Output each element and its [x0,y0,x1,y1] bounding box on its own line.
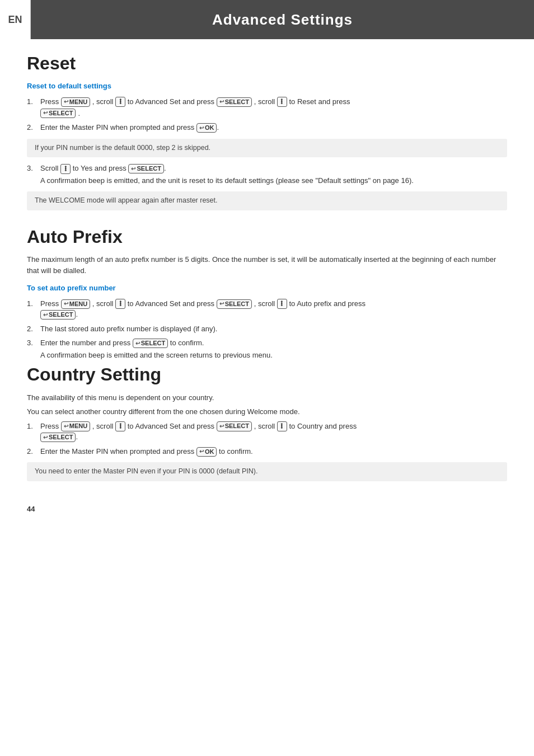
reset-title: Reset [27,53,507,74]
menu-btn-icon-2: ↩ MENU [61,299,90,309]
auto-prefix-step-2: 2. The last stored auto prefix number is… [27,323,507,335]
ap-step-num-1: 1. [27,298,37,309]
scroll-icon-6 [115,421,125,431]
select-btn-icon-3: ↩ SELECT [128,164,163,173]
content-area: Reset Reset to default settings 1. Press… [0,39,534,537]
auto-prefix-section: Auto Prefix The maximum length of an aut… [27,226,507,360]
auto-prefix-steps-list: 1. Press ↩ MENU , scroll to Advanced Set… [27,298,507,361]
ap-step-3-sub: A confirmation beep is emitted and the s… [40,350,507,361]
menu-btn-icon-3: ↩ MENU [61,421,90,431]
reset-steps-list: 1. Press ↩ MENU , scroll to Advanced Set… [27,96,507,133]
scroll-icon-4 [115,299,125,309]
page-number: 44 [27,504,507,515]
auto-prefix-intro: The maximum length of an auto prefix num… [27,254,507,276]
step-num-3: 3. [27,163,37,174]
step-2-content: Enter the Master PIN when prompted and p… [40,122,507,133]
reset-step-3-list: 3. Scroll to Yes and press ↩ SELECT. A c… [27,163,507,186]
auto-prefix-step-1: 1. Press ↩ MENU , scroll to Advanced Set… [27,298,507,320]
ap-step-2-content: The last stored auto prefix number is di… [40,323,507,335]
ok-btn-icon-2: ↩ OK [196,447,217,457]
cs-step-2-content: Enter the Master PIN when prompted and p… [40,446,507,457]
ap-step-1-content: Press ↩ MENU , scroll to Advanced Set an… [40,298,507,320]
auto-prefix-subtitle: To set auto prefix number [27,283,507,294]
cs-step-num-2: 2. [27,446,37,457]
scroll-icon-7 [277,421,287,431]
reset-note-1: If your PIN number is the default 0000, … [27,139,507,158]
select-btn-icon-7: ↩ SELECT [217,421,252,431]
country-title: Country Setting [27,364,507,385]
select-btn-icon-1: ↩ SELECT [217,97,252,107]
reset-note-2: The WELCOME mode will appear again after… [27,191,507,210]
ap-step-num-3: 3. [27,337,37,349]
country-steps-list: 1. Press ↩ MENU , scroll to Advanced Set… [27,421,507,457]
select-btn-icon-8: ↩ SELECT [40,433,76,442]
step-3-content: Scroll to Yes and press ↩ SELECT. A conf… [40,163,507,186]
step-num-1: 1. [27,96,37,107]
select-btn-icon-4: ↩ SELECT [217,299,252,309]
reset-section: Reset Reset to default settings 1. Press… [27,53,507,210]
scroll-icon-2 [277,97,287,107]
reset-step-1: 1. Press ↩ MENU , scroll to Advanced Set… [27,96,507,119]
country-section: Country Setting The availability of this… [27,364,507,481]
scroll-icon-1 [115,97,125,107]
country-step-1: 1. Press ↩ MENU , scroll to Advanced Set… [27,421,507,443]
select-btn-icon-2: ↩ SELECT [40,109,76,118]
scroll-icon-5 [277,299,287,309]
ap-step-num-2: 2. [27,323,37,335]
country-intro-2: You can select another country different… [27,406,507,417]
reset-step-2: 2. Enter the Master PIN when prompted an… [27,122,507,133]
step-3-sub: A confirmation beep is emitted, and the … [40,175,507,186]
auto-prefix-title: Auto Prefix [27,226,507,247]
auto-prefix-step-3: 3. Enter the number and press ↩ SELECT t… [27,337,507,360]
step-1-content: Press ↩ MENU , scroll to Advanced Set an… [40,96,507,119]
ap-step-3-content: Enter the number and press ↩ SELECT to c… [40,337,507,360]
select-btn-icon-6: ↩ SELECT [133,339,168,348]
menu-btn-icon-1: ↩ MENU [61,97,90,107]
scroll-icon-3 [60,164,71,174]
country-intro-1: The availability of this menu is depende… [27,392,507,403]
header-banner: EN Advanced Settings [0,0,534,39]
ok-btn-icon-1: ↩ OK [196,123,217,133]
country-note: You need to enter the Master PIN even if… [27,462,507,481]
reset-subtitle: Reset to default settings [27,81,507,92]
reset-step-3: 3. Scroll to Yes and press ↩ SELECT. A c… [27,163,507,186]
page: EN Advanced Settings Reset Reset to defa… [0,0,534,756]
page-title: Advanced Settings [31,9,534,31]
cs-step-num-1: 1. [27,421,37,432]
cs-step-1-content: Press ↩ MENU , scroll to Advanced Set an… [40,421,507,443]
lang-badge: EN [0,0,31,39]
select-btn-icon-5: ↩ SELECT [40,310,76,320]
step-num-2: 2. [27,122,37,133]
country-step-2: 2. Enter the Master PIN when prompted an… [27,446,507,457]
